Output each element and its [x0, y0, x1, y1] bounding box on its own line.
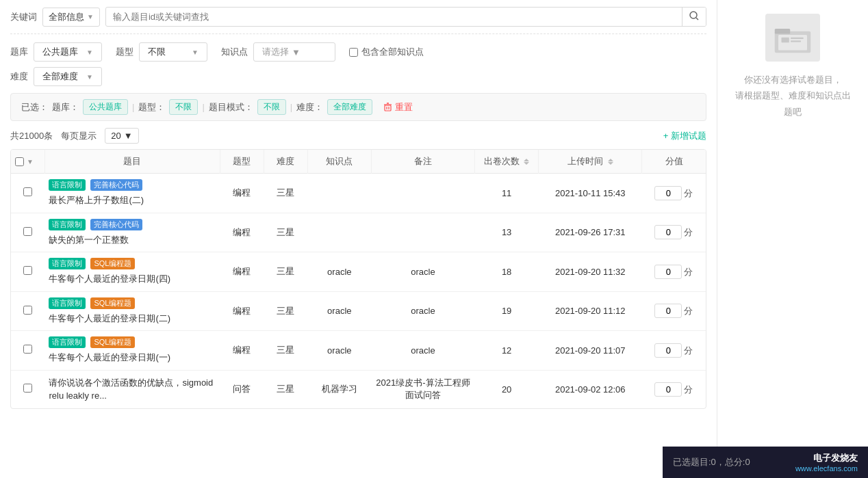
difficulty-label: 难度	[10, 70, 28, 83]
cell-type: 编程	[220, 291, 264, 331]
question-title-cell: 语言限制SQL编程题牛客每个人最近的登录日期(一)	[44, 331, 220, 371]
badge: 语言限制	[49, 336, 86, 348]
cell-type: 编程	[220, 252, 264, 292]
col-knowledge: 知识点	[307, 150, 371, 174]
type-select[interactable]: 不限 ▼	[139, 42, 207, 62]
score-input[interactable]	[654, 343, 682, 358]
cell-note	[371, 174, 474, 213]
cell-type: 问答	[220, 370, 264, 408]
chevron-down-icon: ▼	[124, 131, 133, 141]
row-checkbox[interactable]	[23, 187, 32, 196]
sort-count-icon[interactable]	[524, 159, 529, 165]
reset-button[interactable]: 重置	[383, 101, 413, 114]
questions-table: ▼ 题目 题型 难度 知识点 备注 出卷次数	[10, 149, 706, 409]
difficulty-select[interactable]: 全部难度 ▼	[34, 67, 102, 86]
col-title: 题目	[44, 150, 220, 174]
col-difficulty: 难度	[264, 150, 307, 174]
cell-difficulty: 三星	[264, 252, 307, 292]
type-filter-tag: 不限	[169, 99, 198, 115]
svg-rect-2	[385, 105, 391, 111]
score-input[interactable]	[654, 265, 682, 279]
cell-upload_time: 2021-09-02 12:06	[539, 370, 642, 408]
cell-count: 19	[475, 291, 539, 331]
row-checkbox[interactable]	[23, 227, 32, 236]
cell-knowledge	[307, 174, 371, 213]
cell-note: oracle	[371, 252, 474, 292]
cell-upload_time: 2021-09-26 17:31	[539, 213, 642, 252]
svg-line-1	[696, 18, 698, 20]
badge: SQL编程题	[90, 297, 135, 309]
cell-note: 2021绿皮书-算法工程师面试问答	[371, 370, 474, 408]
question-title: 最长严格上升子数组(二)	[49, 194, 144, 207]
score-input[interactable]	[654, 304, 682, 318]
score-input[interactable]	[654, 225, 682, 239]
svg-rect-12	[791, 40, 801, 42]
bank-select[interactable]: 公共题库 ▼	[34, 42, 102, 62]
row-checkbox[interactable]	[23, 306, 32, 315]
cell-difficulty: 三星	[264, 291, 307, 331]
cell-note: oracle	[371, 331, 474, 371]
row-checkbox[interactable]	[23, 384, 32, 393]
empty-hint: 你还没有选择试卷题目， 请根据题型、难度和知识点出题吧	[731, 72, 854, 120]
score-cell: 分	[642, 291, 706, 331]
score-unit: 分	[684, 384, 693, 395]
badge: 语言限制	[49, 297, 86, 309]
add-question-button[interactable]: + 新增试题	[663, 130, 706, 142]
right-panel: 你还没有选择试卷题目， 请根据题型、难度和知识点出题吧	[717, 0, 868, 478]
svg-rect-10	[782, 38, 789, 43]
bank-label: 题库	[10, 46, 28, 58]
col-count[interactable]: 出卷次数	[475, 150, 539, 174]
score-cell: 分	[642, 370, 706, 408]
col-note: 备注	[371, 150, 474, 174]
col-type: 题型	[220, 150, 264, 174]
select-all-checkbox[interactable]	[15, 157, 24, 166]
table-row: 语言限制完善核心代码缺失的第一个正整数编程三星132021-09-26 17:3…	[11, 213, 706, 252]
score-input[interactable]	[654, 186, 682, 200]
score-input[interactable]	[654, 382, 682, 397]
checkbox-header: ▼	[11, 150, 44, 174]
table-row: 语言限制SQL编程题牛客每个人最近的登录日期(四)编程三星oracleoracl…	[11, 252, 706, 292]
row-checkbox[interactable]	[23, 266, 32, 275]
type-filter-label: 题型：	[138, 101, 165, 114]
search-icon	[689, 11, 699, 21]
question-title-cell: 语言限制SQL编程题牛客每个人最近的登录日期(四)	[44, 252, 220, 292]
table-row: 语言限制SQL编程题牛客每个人最近的登录日期(二)编程三星oracleoracl…	[11, 291, 706, 331]
score-unit: 分	[684, 227, 693, 237]
cell-upload_time: 2021-09-20 11:12	[539, 291, 642, 331]
keyword-type-select[interactable]: 全部信息 ▼	[42, 8, 100, 27]
site-logo: 电子发烧友 www.elecfans.com	[795, 452, 858, 473]
include-all-checkbox-input[interactable]	[349, 48, 358, 57]
score-cell: 分	[642, 213, 706, 252]
question-title: 牛客每个人最近的登录日期(四)	[49, 272, 170, 286]
keyword-label: 关键词	[10, 11, 37, 23]
score-cell: 分	[642, 331, 706, 371]
search-input[interactable]	[106, 8, 682, 25]
chevron-down-icon: ▼	[27, 158, 34, 165]
search-button[interactable]	[682, 8, 706, 26]
question-title-cell: 语言限制SQL编程题牛客每个人最近的登录日期(二)	[44, 291, 220, 331]
cell-difficulty: 三星	[264, 174, 307, 213]
diff-filter-tag: 全部难度	[327, 99, 372, 115]
knowledge-select[interactable]: 请选择 ▼	[253, 42, 335, 62]
question-title: 牛客每个人最近的登录日期(二)	[49, 312, 170, 326]
score-unit: 分	[684, 188, 693, 198]
total-count: 共21000条	[10, 130, 53, 142]
include-all-knowledge-checkbox[interactable]: 包含全部知识点	[349, 46, 424, 58]
badge: 语言限制	[49, 258, 86, 269]
per-page-select[interactable]: 20 ▼	[105, 128, 138, 144]
col-upload-time[interactable]: 上传时间	[539, 150, 642, 174]
chevron-down-icon: ▼	[86, 49, 93, 56]
cell-count: 11	[475, 174, 539, 213]
score-cell: 分	[642, 174, 706, 213]
badge: 语言限制	[49, 179, 86, 191]
question-title-cell: 请你说说各个激活函数的优缺点，sigmoid relu leakly re...	[44, 370, 220, 408]
sort-time-icon[interactable]	[608, 159, 613, 165]
search-input-wrap	[105, 7, 706, 27]
svg-rect-8	[775, 29, 791, 34]
bank-filter-label: 题库：	[52, 101, 79, 114]
per-page-label: 每页显示	[61, 130, 97, 142]
selected-label: 已选：	[21, 101, 48, 114]
row-checkbox[interactable]	[23, 345, 32, 354]
chevron-down-icon: ▼	[87, 13, 94, 21]
chevron-down-icon: ▼	[86, 73, 93, 81]
